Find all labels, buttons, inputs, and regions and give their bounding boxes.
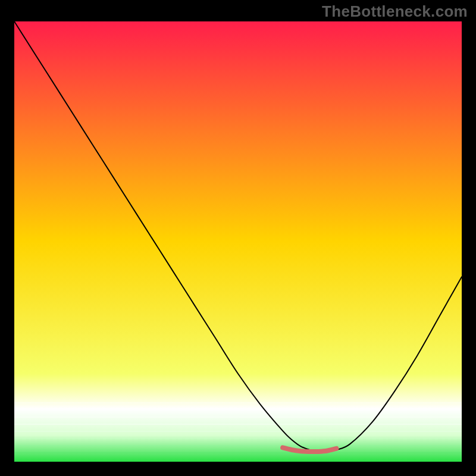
watermark-text: TheBottleneck.com <box>322 2 468 21</box>
plot-svg <box>14 21 462 462</box>
svg-rect-4 <box>14 431 462 432</box>
svg-rect-7 <box>14 452 462 453</box>
svg-rect-5 <box>14 438 462 439</box>
svg-rect-2 <box>14 416 462 418</box>
svg-rect-6 <box>14 445 462 446</box>
svg-rect-0 <box>14 402 462 403</box>
svg-rect-3 <box>14 424 462 425</box>
plot-area <box>14 21 462 462</box>
svg-rect-1 <box>14 409 462 411</box>
chart-frame: TheBottleneck.com <box>0 0 476 476</box>
gradient-background <box>14 21 462 462</box>
